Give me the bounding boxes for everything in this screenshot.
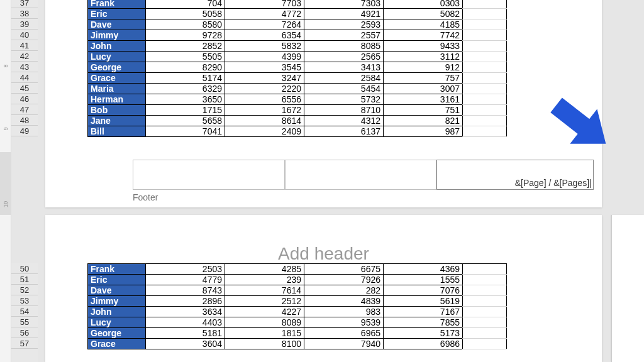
value-cell[interactable]: 1715 (146, 105, 225, 116)
table-row[interactable]: Eric5058477249215082 (88, 9, 463, 19)
extra-column-2[interactable] (462, 263, 507, 349)
value-cell[interactable]: 7264 (225, 19, 304, 30)
row-number[interactable]: 39 (11, 19, 38, 30)
value-cell[interactable]: 7167 (384, 307, 463, 317)
empty-cell[interactable] (463, 105, 507, 116)
value-cell[interactable]: 5732 (304, 94, 384, 105)
value-cell[interactable]: 9433 (384, 41, 463, 52)
data-table-2[interactable]: Frank2503428566754369Eric477923979261555… (87, 263, 463, 349)
name-cell[interactable]: Dave (88, 285, 146, 296)
value-cell[interactable]: 5619 (384, 296, 463, 307)
value-cell[interactable]: 2896 (146, 296, 225, 307)
empty-cell[interactable] (463, 328, 507, 339)
value-cell[interactable]: 8743 (146, 285, 225, 296)
value-cell[interactable]: 2565 (304, 52, 384, 62)
table-row[interactable]: Bob171516728710751 (88, 105, 463, 116)
value-cell[interactable]: 4403 (146, 317, 225, 328)
table-row[interactable]: Maria6329222054543007 (88, 84, 463, 94)
value-cell[interactable]: 3604 (146, 339, 225, 349)
table-row[interactable]: Bill704124096137987 (88, 126, 463, 137)
table-row[interactable]: Lucy5505439925653112 (88, 52, 463, 62)
value-cell[interactable]: 3545 (225, 62, 304, 73)
value-cell[interactable]: 4772 (225, 9, 304, 19)
value-cell[interactable]: 8089 (225, 317, 304, 328)
row-number[interactable]: 43 (11, 62, 38, 72)
row-number[interactable]: 55 (11, 317, 38, 327)
value-cell[interactable]: 3413 (304, 62, 384, 73)
row-number[interactable]: 53 (11, 295, 38, 306)
value-cell[interactable]: 5174 (146, 73, 225, 84)
empty-cell[interactable] (463, 19, 507, 30)
value-cell[interactable]: 7614 (225, 285, 304, 296)
value-cell[interactable]: 8290 (146, 62, 225, 73)
name-cell[interactable]: Bob (88, 105, 146, 116)
value-cell[interactable]: 4369 (384, 264, 463, 275)
value-cell[interactable]: 8100 (225, 339, 304, 349)
empty-cell[interactable] (463, 116, 507, 126)
empty-cell[interactable] (463, 296, 507, 307)
name-cell[interactable]: Dave (88, 19, 146, 30)
value-cell[interactable]: 2220 (225, 84, 304, 94)
value-cell[interactable]: 7742 (384, 30, 463, 41)
empty-cell[interactable] (463, 317, 507, 328)
value-cell[interactable]: 9728 (146, 30, 225, 41)
name-cell[interactable]: Jimmy (88, 30, 146, 41)
value-cell[interactable]: 7703 (225, 0, 304, 9)
footer-right-box[interactable]: &[Page] / &[Pages] (436, 160, 594, 190)
value-cell[interactable]: 821 (384, 116, 463, 126)
value-cell[interactable]: 4285 (225, 264, 304, 275)
name-cell[interactable]: Eric (88, 9, 146, 19)
value-cell[interactable]: 5181 (146, 328, 225, 339)
value-cell[interactable]: 7940 (304, 339, 384, 349)
empty-cell[interactable] (463, 275, 507, 285)
value-cell[interactable]: 4227 (225, 307, 304, 317)
value-cell[interactable]: 751 (384, 105, 463, 116)
value-cell[interactable]: 2409 (225, 126, 304, 137)
row-number[interactable]: 51 (11, 274, 38, 285)
data-table-1[interactable]: Frank704770373030303Eric5058477249215082… (87, 0, 463, 137)
row-number[interactable]: 44 (11, 72, 38, 83)
value-cell[interactable]: 0303 (384, 0, 463, 9)
empty-cell[interactable] (463, 0, 507, 9)
value-cell[interactable]: 757 (384, 73, 463, 84)
value-cell[interactable]: 704 (146, 0, 225, 9)
value-cell[interactable]: 6137 (304, 126, 384, 137)
empty-cell[interactable] (463, 9, 507, 19)
table-row[interactable]: Lucy4403808995397855 (88, 317, 463, 328)
value-cell[interactable]: 8580 (146, 19, 225, 30)
value-cell[interactable]: 5058 (146, 9, 225, 19)
value-cell[interactable]: 7303 (304, 0, 384, 9)
name-cell[interactable]: Lucy (88, 317, 146, 328)
table-row[interactable]: Jimmy9728635425577742 (88, 30, 463, 41)
value-cell[interactable]: 8614 (225, 116, 304, 126)
value-cell[interactable]: 5505 (146, 52, 225, 62)
value-cell[interactable]: 4779 (146, 275, 225, 285)
empty-cell[interactable] (463, 84, 507, 94)
value-cell[interactable]: 4921 (304, 9, 384, 19)
row-number[interactable]: 40 (11, 30, 38, 40)
table-row[interactable]: Grace3604810079406986 (88, 339, 463, 349)
table-row[interactable]: Jane565886144312821 (88, 116, 463, 126)
value-cell[interactable]: 4312 (304, 116, 384, 126)
empty-cell[interactable] (463, 30, 507, 41)
value-cell[interactable]: 5832 (225, 41, 304, 52)
value-cell[interactable]: 239 (225, 275, 304, 285)
name-cell[interactable]: John (88, 41, 146, 52)
table-row[interactable]: Dave874376142827076 (88, 285, 463, 296)
value-cell[interactable]: 3007 (384, 84, 463, 94)
value-cell[interactable]: 3161 (384, 94, 463, 105)
value-cell[interactable]: 2593 (304, 19, 384, 30)
row-number[interactable]: 46 (11, 94, 38, 104)
row-number[interactable]: 57 (11, 338, 38, 349)
value-cell[interactable]: 2584 (304, 73, 384, 84)
row-number[interactable]: 38 (11, 8, 38, 19)
value-cell[interactable]: 3247 (225, 73, 304, 84)
value-cell[interactable]: 3650 (146, 94, 225, 105)
table-row[interactable]: John2852583280859433 (88, 41, 463, 52)
value-cell[interactable]: 1555 (384, 275, 463, 285)
empty-cell[interactable] (463, 73, 507, 84)
row-number[interactable]: 52 (11, 285, 38, 295)
table-row[interactable]: John363442279837167 (88, 307, 463, 317)
empty-cell[interactable] (463, 62, 507, 73)
value-cell[interactable]: 2557 (304, 30, 384, 41)
